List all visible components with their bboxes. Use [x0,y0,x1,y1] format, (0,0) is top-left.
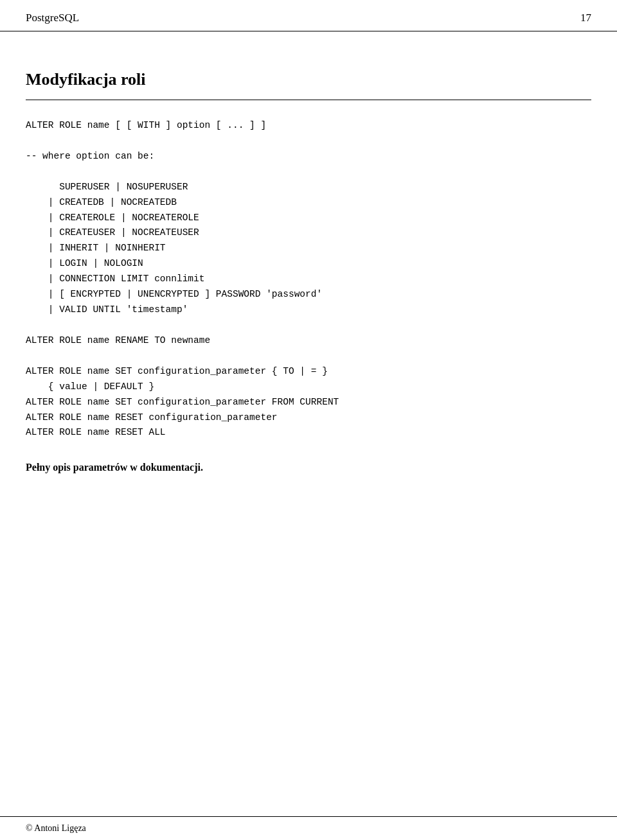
page-container: PostgreSQL 17 Modyfikacja roli ALTER ROL… [0,0,617,840]
section-heading: Modyfikacja roli [26,70,591,89]
footer-copyright: © Antoni Ligęza [26,823,86,834]
header-title: PostgreSQL [26,12,79,24]
page-footer: © Antoni Ligęza [0,816,617,840]
prose-bold: Pełny opis parametrów w dokumentacji. [26,462,203,473]
main-content: Modyfikacja roli ALTER ROLE name [ [ WIT… [0,31,617,501]
section-divider [26,100,591,100]
header-page-number: 17 [580,12,591,24]
prose-content: Pełny opis parametrów w dokumentacji. [26,462,203,473]
page-header: PostgreSQL 17 [0,0,617,31]
prose-text: Pełny opis parametrów w dokumentacji. [26,460,591,475]
code-block: ALTER ROLE name [ [ WITH ] option [ ... … [26,118,591,441]
